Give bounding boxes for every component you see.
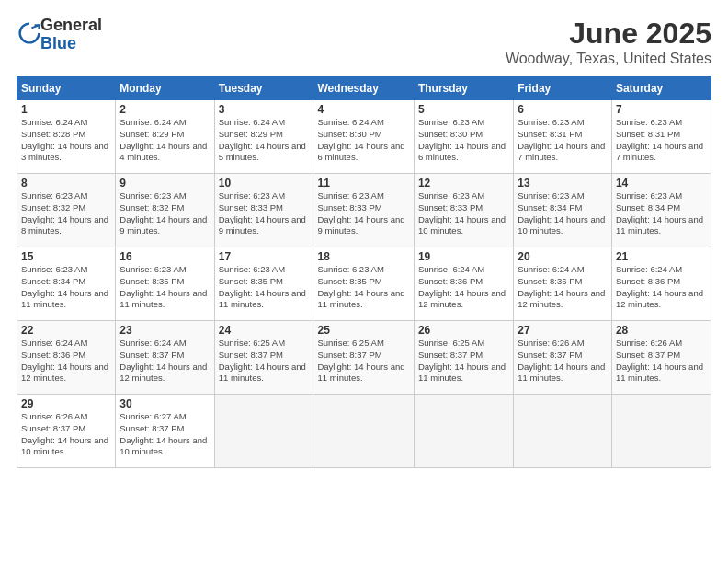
day-number: 10 (219, 177, 310, 190)
day-number: 12 (418, 177, 509, 190)
day-number: 1 (21, 103, 111, 116)
day-number: 26 (418, 324, 509, 337)
day-info: Sunrise: 6:23 AMSunset: 8:31 PMDaylight:… (518, 117, 608, 164)
day-info: Sunrise: 6:24 AMSunset: 8:37 PMDaylight:… (119, 338, 210, 385)
table-row: 11Sunrise: 6:23 AMSunset: 8:33 PMDayligh… (313, 174, 414, 247)
day-info: Sunrise: 6:24 AMSunset: 8:30 PMDaylight:… (317, 117, 409, 164)
day-info: Sunrise: 6:26 AMSunset: 8:37 PMDaylight:… (616, 338, 707, 385)
day-info: Sunrise: 6:25 AMSunset: 8:37 PMDaylight:… (219, 338, 310, 385)
table-row: 7Sunrise: 6:23 AMSunset: 8:31 PMDaylight… (611, 100, 711, 174)
header-friday: Friday (514, 77, 612, 100)
table-row: 15Sunrise: 6:23 AMSunset: 8:34 PMDayligh… (17, 247, 116, 321)
header-sunday: Sunday (17, 77, 116, 100)
day-info: Sunrise: 6:25 AMSunset: 8:37 PMDaylight:… (317, 338, 409, 385)
table-row: 6Sunrise: 6:23 AMSunset: 8:31 PMDaylight… (514, 100, 612, 174)
day-info: Sunrise: 6:26 AMSunset: 8:37 PMDaylight:… (518, 338, 608, 385)
page: General Blue June 2025 Woodway, Texas, U… (0, 0, 728, 563)
table-row: 16Sunrise: 6:23 AMSunset: 8:35 PMDayligh… (116, 247, 214, 321)
day-number: 11 (317, 177, 409, 190)
day-info: Sunrise: 6:23 AMSunset: 8:35 PMDaylight:… (119, 264, 210, 311)
table-row: 2Sunrise: 6:24 AMSunset: 8:29 PMDaylight… (116, 100, 214, 174)
day-number: 25 (317, 324, 409, 337)
day-number: 30 (119, 397, 210, 410)
day-info: Sunrise: 6:23 AMSunset: 8:33 PMDaylight:… (317, 190, 409, 237)
day-info: Sunrise: 6:23 AMSunset: 8:34 PMDaylight:… (518, 190, 608, 237)
day-number: 9 (119, 177, 210, 190)
table-row: 8Sunrise: 6:23 AMSunset: 8:32 PMDaylight… (17, 174, 116, 247)
day-number: 20 (518, 250, 608, 263)
day-number: 19 (418, 250, 509, 263)
table-row: 21Sunrise: 6:24 AMSunset: 8:36 PMDayligh… (611, 247, 711, 321)
table-row (611, 395, 711, 468)
day-info: Sunrise: 6:24 AMSunset: 8:36 PMDaylight:… (616, 264, 707, 311)
day-number: 13 (518, 177, 608, 190)
table-row: 4Sunrise: 6:24 AMSunset: 8:30 PMDaylight… (313, 100, 414, 174)
day-info: Sunrise: 6:25 AMSunset: 8:37 PMDaylight:… (418, 338, 509, 385)
day-info: Sunrise: 6:23 AMSunset: 8:31 PMDaylight:… (616, 117, 707, 164)
table-row: 3Sunrise: 6:24 AMSunset: 8:29 PMDaylight… (214, 100, 313, 174)
header-monday: Monday (116, 77, 214, 100)
logo: General Blue (17, 17, 102, 53)
day-number: 5 (418, 103, 509, 116)
day-number: 24 (219, 324, 310, 337)
day-number: 28 (616, 324, 707, 337)
calendar-table: Sunday Monday Tuesday Wednesday Thursday… (17, 76, 711, 468)
day-info: Sunrise: 6:24 AMSunset: 8:29 PMDaylight:… (119, 117, 210, 164)
calendar-week-row: 15Sunrise: 6:23 AMSunset: 8:34 PMDayligh… (17, 247, 711, 321)
day-number: 14 (616, 177, 707, 190)
day-number: 4 (317, 103, 409, 116)
table-row (514, 395, 612, 468)
table-row: 1Sunrise: 6:24 AMSunset: 8:28 PMDaylight… (17, 100, 116, 174)
table-row: 5Sunrise: 6:23 AMSunset: 8:30 PMDaylight… (414, 100, 513, 174)
table-row: 22Sunrise: 6:24 AMSunset: 8:36 PMDayligh… (17, 321, 116, 395)
table-row: 12Sunrise: 6:23 AMSunset: 8:33 PMDayligh… (414, 174, 513, 247)
logo-general: General (40, 16, 102, 34)
calendar-subtitle: Woodway, Texas, United States (506, 51, 711, 67)
header-thursday: Thursday (414, 77, 513, 100)
table-row: 14Sunrise: 6:23 AMSunset: 8:34 PMDayligh… (611, 174, 711, 247)
day-number: 27 (518, 324, 608, 337)
day-info: Sunrise: 6:26 AMSunset: 8:37 PMDaylight:… (21, 411, 111, 458)
day-number: 8 (21, 177, 111, 190)
header: General Blue June 2025 Woodway, Texas, U… (17, 17, 711, 67)
table-row: 13Sunrise: 6:23 AMSunset: 8:34 PMDayligh… (514, 174, 612, 247)
calendar-week-row: 29Sunrise: 6:26 AMSunset: 8:37 PMDayligh… (17, 395, 711, 468)
day-info: Sunrise: 6:24 AMSunset: 8:36 PMDaylight:… (21, 338, 111, 385)
day-number: 15 (21, 250, 111, 263)
logo-text: General Blue (40, 17, 102, 53)
day-number: 2 (119, 103, 210, 116)
logo-blue: Blue (40, 34, 76, 52)
day-info: Sunrise: 6:24 AMSunset: 8:36 PMDaylight:… (418, 264, 509, 311)
table-row: 18Sunrise: 6:23 AMSunset: 8:35 PMDayligh… (313, 247, 414, 321)
table-row (414, 395, 513, 468)
table-row: 20Sunrise: 6:24 AMSunset: 8:36 PMDayligh… (514, 247, 612, 321)
table-row: 28Sunrise: 6:26 AMSunset: 8:37 PMDayligh… (611, 321, 711, 395)
day-number: 29 (21, 397, 111, 410)
calendar-week-row: 22Sunrise: 6:24 AMSunset: 8:36 PMDayligh… (17, 321, 711, 395)
day-number: 7 (616, 103, 707, 116)
day-info: Sunrise: 6:23 AMSunset: 8:32 PMDaylight:… (21, 190, 111, 237)
day-info: Sunrise: 6:23 AMSunset: 8:35 PMDaylight:… (219, 264, 310, 311)
table-row: 23Sunrise: 6:24 AMSunset: 8:37 PMDayligh… (116, 321, 214, 395)
table-row: 29Sunrise: 6:26 AMSunset: 8:37 PMDayligh… (17, 395, 116, 468)
day-info: Sunrise: 6:24 AMSunset: 8:28 PMDaylight:… (21, 117, 111, 164)
day-number: 21 (616, 250, 707, 263)
day-number: 22 (21, 324, 111, 337)
header-wednesday: Wednesday (313, 77, 414, 100)
day-number: 3 (219, 103, 310, 116)
day-info: Sunrise: 6:23 AMSunset: 8:34 PMDaylight:… (616, 190, 707, 237)
logo-icon (18, 22, 40, 44)
day-info: Sunrise: 6:23 AMSunset: 8:33 PMDaylight:… (219, 190, 310, 237)
day-info: Sunrise: 6:23 AMSunset: 8:30 PMDaylight:… (418, 117, 509, 164)
day-info: Sunrise: 6:24 AMSunset: 8:29 PMDaylight:… (219, 117, 310, 164)
calendar-week-row: 1Sunrise: 6:24 AMSunset: 8:28 PMDaylight… (17, 100, 711, 174)
day-number: 16 (119, 250, 210, 263)
title-block: June 2025 Woodway, Texas, United States (506, 17, 711, 67)
table-row: 19Sunrise: 6:24 AMSunset: 8:36 PMDayligh… (414, 247, 513, 321)
day-number: 17 (219, 250, 310, 263)
table-row: 27Sunrise: 6:26 AMSunset: 8:37 PMDayligh… (514, 321, 612, 395)
table-row: 24Sunrise: 6:25 AMSunset: 8:37 PMDayligh… (214, 321, 313, 395)
day-info: Sunrise: 6:23 AMSunset: 8:32 PMDaylight:… (119, 190, 210, 237)
header-saturday: Saturday (611, 77, 711, 100)
table-row: 9Sunrise: 6:23 AMSunset: 8:32 PMDaylight… (116, 174, 214, 247)
